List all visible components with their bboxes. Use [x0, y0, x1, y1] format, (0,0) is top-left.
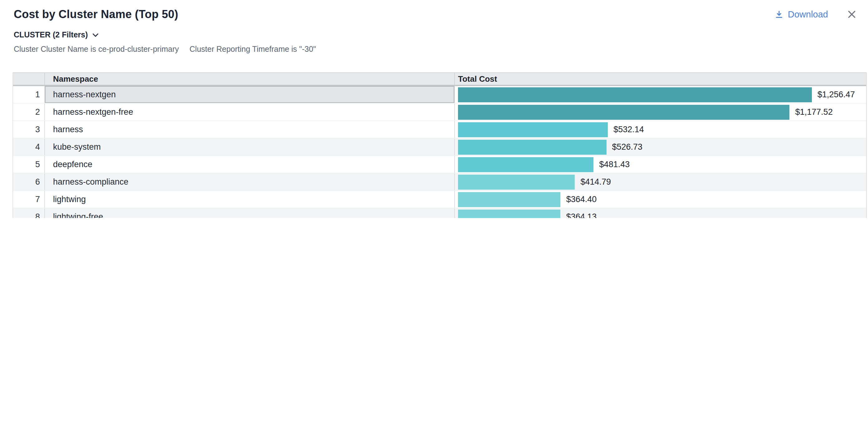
table-row[interactable]: 6 harness-compliance $414.79 — [13, 174, 866, 191]
namespace-cell[interactable]: kube-system — [45, 138, 455, 155]
namespace-cell-text: harness-nextgen — [53, 90, 116, 99]
applied-filters: Cluster Cluster Name is ce-prod-cluster-… — [0, 45, 868, 54]
cost-value-label: $481.43 — [599, 160, 630, 169]
namespace-cell[interactable]: lightwing-free — [45, 208, 455, 218]
cost-value-label: $532.14 — [613, 125, 644, 134]
cluster-filters-label: CLUSTER (2 Filters) — [14, 31, 88, 39]
cost-bar — [458, 139, 606, 154]
cost-cell: $1,177.52 — [455, 103, 866, 120]
table-row[interactable]: 3 harness $532.14 — [13, 121, 866, 138]
table-row[interactable]: 5 deepfence $481.43 — [13, 156, 866, 174]
namespace-cell-text: lightwing — [53, 195, 86, 204]
row-index: 4 — [13, 138, 45, 155]
cost-cell: $1,256.47 — [455, 86, 866, 103]
cost-value-label: $414.79 — [580, 177, 611, 187]
namespace-cell-text: lightwing-free — [53, 212, 103, 218]
applied-filter-timeframe: Cluster Reporting Timeframe is "-30" — [189, 45, 316, 54]
header-actions: Download — [774, 9, 859, 19]
filter-bar: CLUSTER (2 Filters) — [0, 31, 868, 39]
cost-value-label: $526.73 — [612, 142, 643, 152]
row-index: 7 — [13, 191, 45, 208]
download-label: Download — [788, 9, 828, 19]
applied-filter-cluster-name: Cluster Cluster Name is ce-prod-cluster-… — [14, 45, 179, 54]
table-row[interactable]: 1 harness-nextgen $1,256.47 — [13, 86, 866, 103]
cost-bar — [458, 209, 561, 218]
namespace-cell-text: kube-system — [53, 142, 101, 152]
row-number-column-header — [13, 73, 45, 85]
row-index: 1 — [13, 86, 45, 103]
namespace-cell[interactable]: harness-nextgen — [45, 86, 455, 103]
table-row[interactable]: 4 kube-system $526.73 — [13, 138, 866, 156]
cost-value-label: $1,177.52 — [795, 107, 833, 117]
cost-cell: $364.13 — [455, 208, 866, 218]
cost-cell: $364.40 — [455, 191, 866, 208]
namespace-cell-text: deepfence — [53, 160, 92, 169]
cost-bar — [458, 87, 812, 102]
cost-bar — [458, 157, 594, 172]
namespace-cell[interactable]: deepfence — [45, 156, 455, 173]
cluster-filters-expander[interactable]: CLUSTER (2 Filters) — [14, 31, 99, 39]
table-row[interactable]: 2 harness-nextgen-free $1,177.52 — [13, 103, 866, 121]
namespace-cell-text: harness-nextgen-free — [53, 107, 133, 117]
namespace-cell[interactable]: harness-nextgen-free — [45, 103, 455, 120]
table-body: 1 harness-nextgen $1,256.47 2 harness-ne… — [13, 86, 866, 218]
cost-breakdown-modal: Cost by Cluster Name (Top 50) Download — [0, 0, 868, 218]
close-icon — [847, 9, 857, 19]
namespace-cell[interactable]: harness — [45, 121, 455, 138]
row-index: 8 — [13, 208, 45, 218]
namespace-cell-text: harness-compliance — [53, 177, 128, 187]
chevron-down-icon — [92, 33, 99, 37]
namespace-cell[interactable]: lightwing — [45, 191, 455, 208]
cost-value-label: $1,256.47 — [817, 90, 855, 99]
cost-cell: $414.79 — [455, 174, 866, 190]
cost-bar — [458, 104, 790, 120]
table-header-row: Namespace Total Cost — [13, 72, 866, 86]
cost-cell: $526.73 — [455, 138, 866, 155]
namespace-cell[interactable]: harness-compliance — [45, 174, 455, 190]
cost-table: Namespace Total Cost 1 harness-nextgen $… — [12, 72, 867, 218]
cost-value-label: $364.40 — [566, 195, 597, 204]
download-icon — [774, 10, 783, 19]
row-index: 3 — [13, 121, 45, 138]
download-button[interactable]: Download — [774, 9, 828, 19]
page-title: Cost by Cluster Name (Top 50) — [14, 8, 178, 21]
cost-value-label: $364.13 — [566, 212, 597, 218]
cost-bar — [458, 174, 575, 189]
row-index: 6 — [13, 174, 45, 190]
cost-bar — [458, 192, 561, 207]
modal-header: Cost by Cluster Name (Top 50) Download — [0, 0, 868, 21]
namespace-cell-text: harness — [53, 125, 83, 134]
cost-cell: $481.43 — [455, 156, 866, 173]
close-button[interactable] — [847, 9, 857, 19]
cost-cell: $532.14 — [455, 121, 866, 138]
table-row[interactable]: 7 lightwing $364.40 — [13, 191, 866, 208]
total-cost-column-header: Total Cost — [455, 73, 866, 85]
row-index: 5 — [13, 156, 45, 173]
namespace-column-header: Namespace — [45, 73, 455, 85]
cost-bar — [458, 122, 608, 137]
row-index: 2 — [13, 103, 45, 120]
table-row[interactable]: 8 lightwing-free $364.13 — [13, 208, 866, 218]
